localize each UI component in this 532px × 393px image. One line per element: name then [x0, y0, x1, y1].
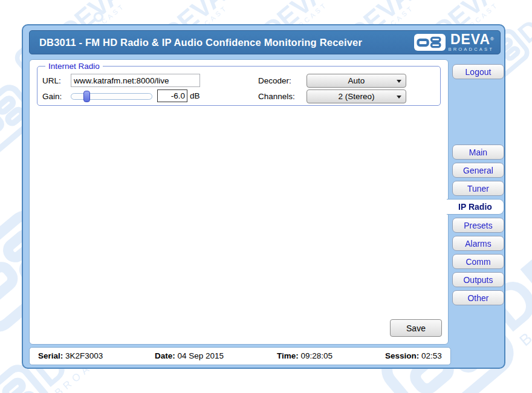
sidebar-item-presets[interactable]: Presets — [452, 218, 504, 233]
content-area: Internet Radio URL: Gain: dB Decoder: Au… — [29, 59, 449, 345]
sidebar-item-alarms[interactable]: Alarms — [452, 236, 504, 251]
sidebar-nav: MainGeneralTunerIP RadioPresetsAlarmsCom… — [452, 145, 504, 305]
url-label: URL: — [42, 76, 61, 85]
internet-radio-group: Internet Radio URL: Gain: dB Decoder: Au… — [37, 66, 441, 106]
date-value: 04 Sep 2015 — [178, 351, 224, 360]
status-bar: Serial: 3K2F3003 Date: 04 Sep 2015 Time:… — [29, 347, 451, 365]
app-panel: DB3011 - FM HD Radio & IP Audio Confiden… — [22, 24, 505, 369]
channels-label: Channels: — [258, 92, 295, 101]
sidebar-item-tuner[interactable]: Tuner — [452, 181, 504, 196]
sidebar-item-comm[interactable]: Comm — [452, 254, 504, 269]
decoder-value: Auto — [348, 76, 365, 85]
time-value: 09:28:05 — [301, 351, 333, 360]
session-label: Session: — [385, 351, 419, 360]
decoder-label: Decoder: — [258, 76, 291, 85]
gain-slider[interactable] — [71, 93, 152, 100]
gain-label: Gain: — [42, 92, 62, 101]
serial-status: Serial: 3K2F3003 — [38, 348, 103, 365]
serial-value: 3K2F3003 — [65, 351, 103, 360]
date-label: Date: — [155, 351, 175, 360]
logo-subtitle: BROADCAST — [449, 47, 494, 52]
sidebar-item-main[interactable]: Main — [452, 145, 504, 160]
time-label: Time: — [277, 351, 299, 360]
page-title: DB3011 - FM HD Radio & IP Audio Confiden… — [39, 37, 362, 48]
decoder-dropdown[interactable]: Auto — [307, 74, 406, 88]
gain-slider-thumb[interactable] — [83, 91, 90, 102]
gain-unit-label: dB — [190, 91, 200, 100]
channels-value: 2 (Stereo) — [338, 92, 374, 101]
logout-button[interactable]: Logout — [452, 64, 504, 79]
registered-mark: ® — [490, 36, 494, 42]
session-status: Session: 02:53 — [385, 348, 442, 365]
deva-logo: DEVA® BROADCAST — [414, 33, 494, 52]
session-value: 02:53 — [421, 351, 442, 360]
save-button[interactable]: Save — [390, 319, 442, 337]
logo-brand: DEVA — [450, 31, 490, 47]
db-monogram-icon — [414, 34, 446, 51]
logo-text: DEVA® BROADCAST — [449, 33, 494, 52]
sidebar-item-outputs[interactable]: Outputs — [452, 272, 504, 287]
time-status: Time: 09:28:05 — [277, 348, 332, 365]
group-legend: Internet Radio — [45, 62, 103, 71]
gain-value-input[interactable] — [157, 89, 187, 102]
dropdown-arrow-icon — [397, 96, 401, 99]
sidebar-item-other[interactable]: Other — [452, 290, 504, 305]
url-input[interactable] — [71, 74, 200, 87]
date-status: Date: 04 Sep 2015 — [155, 348, 224, 365]
serial-label: Serial: — [38, 351, 63, 360]
channels-dropdown[interactable]: 2 (Stereo) — [307, 89, 406, 103]
sidebar-item-general[interactable]: General — [452, 163, 504, 178]
sidebar-item-ip-radio[interactable]: IP Radio — [447, 199, 504, 215]
dropdown-arrow-icon — [397, 80, 401, 83]
header-bar: DB3011 - FM HD Radio & IP Audio Confiden… — [29, 30, 501, 54]
